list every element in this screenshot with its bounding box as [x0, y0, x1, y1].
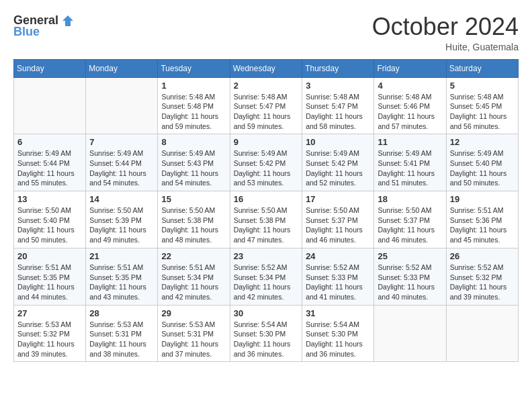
calendar-cell: 8Sunrise: 5:49 AMSunset: 5:43 PMDaylight…: [158, 134, 230, 191]
calendar-table: SundayMondayTuesdayWednesdayThursdayFrid…: [13, 59, 519, 363]
calendar-cell: 25Sunrise: 5:52 AMSunset: 5:33 PMDayligh…: [374, 248, 446, 305]
day-info: Sunrise: 5:54 AMSunset: 5:30 PMDaylight:…: [234, 320, 298, 359]
calendar-cell: 9Sunrise: 5:49 AMSunset: 5:42 PMDaylight…: [230, 134, 302, 191]
day-info: Sunrise: 5:54 AMSunset: 5:30 PMDaylight:…: [306, 320, 370, 359]
day-info: Sunrise: 5:51 AMSunset: 5:36 PMDaylight:…: [450, 205, 515, 245]
day-info: Sunrise: 5:51 AMSunset: 5:34 PMDaylight:…: [161, 263, 226, 302]
day-info: Sunrise: 5:48 AMSunset: 5:46 PMDaylight:…: [378, 92, 442, 132]
calendar-cell: 29Sunrise: 5:53 AMSunset: 5:31 PMDayligh…: [158, 305, 230, 362]
calendar-cell: 31Sunrise: 5:54 AMSunset: 5:30 PMDayligh…: [302, 305, 374, 362]
calendar-cell: 23Sunrise: 5:52 AMSunset: 5:34 PMDayligh…: [230, 248, 302, 305]
day-number: 26: [450, 251, 515, 261]
day-number: 15: [161, 194, 226, 204]
day-number: 20: [17, 251, 82, 261]
calendar-week-row: 1Sunrise: 5:48 AMSunset: 5:48 PMDaylight…: [14, 77, 519, 134]
day-number: 24: [306, 251, 370, 261]
calendar-cell: 13Sunrise: 5:50 AMSunset: 5:40 PMDayligh…: [14, 191, 86, 248]
day-number: 19: [450, 194, 515, 204]
calendar-cell: 19Sunrise: 5:51 AMSunset: 5:36 PMDayligh…: [446, 191, 518, 248]
day-number: 16: [234, 194, 298, 204]
day-number: 21: [89, 251, 154, 261]
weekday-header-row: SundayMondayTuesdayWednesdayThursdayFrid…: [14, 59, 519, 77]
day-info: Sunrise: 5:49 AMSunset: 5:44 PMDaylight:…: [17, 148, 82, 188]
calendar-cell: 7Sunrise: 5:49 AMSunset: 5:44 PMDaylight…: [86, 134, 158, 191]
day-info: Sunrise: 5:53 AMSunset: 5:31 PMDaylight:…: [161, 320, 226, 359]
day-number: 1: [161, 81, 226, 91]
day-info: Sunrise: 5:48 AMSunset: 5:45 PMDaylight:…: [450, 92, 515, 132]
day-number: 29: [161, 308, 226, 318]
day-info: Sunrise: 5:48 AMSunset: 5:47 PMDaylight:…: [306, 92, 370, 132]
day-info: Sunrise: 5:49 AMSunset: 5:44 PMDaylight:…: [89, 148, 154, 188]
day-info: Sunrise: 5:49 AMSunset: 5:43 PMDaylight:…: [161, 148, 226, 188]
day-number: 14: [89, 194, 154, 204]
calendar-cell: [86, 77, 158, 134]
calendar-cell: 3Sunrise: 5:48 AMSunset: 5:47 PMDaylight…: [302, 77, 374, 134]
calendar-body: 1Sunrise: 5:48 AMSunset: 5:48 PMDaylight…: [14, 77, 519, 362]
location: Huite, Guatemala: [372, 42, 519, 52]
day-number: 30: [234, 308, 298, 318]
day-number: 8: [161, 137, 226, 147]
day-info: Sunrise: 5:48 AMSunset: 5:48 PMDaylight:…: [161, 92, 226, 132]
calendar-cell: 12Sunrise: 5:49 AMSunset: 5:40 PMDayligh…: [446, 134, 518, 191]
day-number: 17: [306, 194, 370, 204]
calendar-week-row: 27Sunrise: 5:53 AMSunset: 5:32 PMDayligh…: [14, 305, 519, 362]
calendar-cell: 1Sunrise: 5:48 AMSunset: 5:48 PMDaylight…: [158, 77, 230, 134]
day-number: 25: [378, 251, 442, 261]
day-number: 10: [306, 137, 370, 147]
weekday-header: Friday: [374, 59, 446, 77]
weekday-header: Saturday: [446, 59, 518, 77]
day-number: 18: [378, 194, 442, 204]
page-header: General Blue October 2024 Huite, Guatema…: [13, 13, 519, 52]
calendar-cell: 11Sunrise: 5:49 AMSunset: 5:41 PMDayligh…: [374, 134, 446, 191]
month-title: October 2024: [372, 13, 519, 40]
calendar-cell: 22Sunrise: 5:51 AMSunset: 5:34 PMDayligh…: [158, 248, 230, 305]
day-info: Sunrise: 5:52 AMSunset: 5:32 PMDaylight:…: [450, 263, 515, 302]
day-number: 22: [161, 251, 226, 261]
calendar-cell: 15Sunrise: 5:50 AMSunset: 5:38 PMDayligh…: [158, 191, 230, 248]
day-info: Sunrise: 5:49 AMSunset: 5:40 PMDaylight:…: [450, 148, 515, 188]
day-number: 13: [17, 194, 82, 204]
logo-blue-text: Blue: [13, 25, 40, 39]
calendar-cell: 24Sunrise: 5:52 AMSunset: 5:33 PMDayligh…: [302, 248, 374, 305]
day-number: 31: [306, 308, 370, 318]
day-info: Sunrise: 5:52 AMSunset: 5:33 PMDaylight:…: [306, 263, 370, 302]
day-number: 27: [17, 308, 82, 318]
weekday-header: Wednesday: [230, 59, 302, 77]
svg-marker-0: [62, 15, 73, 26]
day-info: Sunrise: 5:51 AMSunset: 5:35 PMDaylight:…: [89, 263, 154, 302]
day-number: 3: [306, 81, 370, 91]
day-info: Sunrise: 5:52 AMSunset: 5:34 PMDaylight:…: [234, 263, 298, 302]
day-number: 28: [89, 308, 154, 318]
calendar-cell: 26Sunrise: 5:52 AMSunset: 5:32 PMDayligh…: [446, 248, 518, 305]
day-number: 23: [234, 251, 298, 261]
calendar-cell: 30Sunrise: 5:54 AMSunset: 5:30 PMDayligh…: [230, 305, 302, 362]
day-info: Sunrise: 5:53 AMSunset: 5:31 PMDaylight:…: [89, 320, 154, 359]
calendar-cell: [446, 305, 518, 362]
calendar-cell: 27Sunrise: 5:53 AMSunset: 5:32 PMDayligh…: [14, 305, 86, 362]
day-info: Sunrise: 5:53 AMSunset: 5:32 PMDaylight:…: [17, 320, 82, 359]
day-number: 9: [234, 137, 298, 147]
title-area: October 2024 Huite, Guatemala: [372, 13, 519, 52]
day-number: 5: [450, 81, 515, 91]
day-number: 4: [378, 81, 442, 91]
day-number: 7: [89, 137, 154, 147]
day-info: Sunrise: 5:50 AMSunset: 5:37 PMDaylight:…: [378, 205, 442, 245]
calendar-cell: 21Sunrise: 5:51 AMSunset: 5:35 PMDayligh…: [86, 248, 158, 305]
calendar-cell: 20Sunrise: 5:51 AMSunset: 5:35 PMDayligh…: [14, 248, 86, 305]
day-info: Sunrise: 5:50 AMSunset: 5:37 PMDaylight:…: [306, 205, 370, 245]
day-info: Sunrise: 5:51 AMSunset: 5:35 PMDaylight:…: [17, 263, 82, 302]
calendar-cell: 28Sunrise: 5:53 AMSunset: 5:31 PMDayligh…: [86, 305, 158, 362]
day-info: Sunrise: 5:50 AMSunset: 5:40 PMDaylight:…: [17, 205, 82, 245]
calendar-cell: 6Sunrise: 5:49 AMSunset: 5:44 PMDaylight…: [14, 134, 86, 191]
calendar-cell: 5Sunrise: 5:48 AMSunset: 5:45 PMDaylight…: [446, 77, 518, 134]
calendar-cell: [374, 305, 446, 362]
calendar-cell: 10Sunrise: 5:49 AMSunset: 5:42 PMDayligh…: [302, 134, 374, 191]
day-info: Sunrise: 5:49 AMSunset: 5:42 PMDaylight:…: [306, 148, 370, 188]
day-number: 12: [450, 137, 515, 147]
calendar-cell: 2Sunrise: 5:48 AMSunset: 5:47 PMDaylight…: [230, 77, 302, 134]
calendar-cell: 4Sunrise: 5:48 AMSunset: 5:46 PMDaylight…: [374, 77, 446, 134]
calendar-cell: 16Sunrise: 5:50 AMSunset: 5:38 PMDayligh…: [230, 191, 302, 248]
calendar-cell: 14Sunrise: 5:50 AMSunset: 5:39 PMDayligh…: [86, 191, 158, 248]
day-info: Sunrise: 5:50 AMSunset: 5:38 PMDaylight:…: [234, 205, 298, 245]
calendar-week-row: 6Sunrise: 5:49 AMSunset: 5:44 PMDaylight…: [14, 134, 519, 191]
